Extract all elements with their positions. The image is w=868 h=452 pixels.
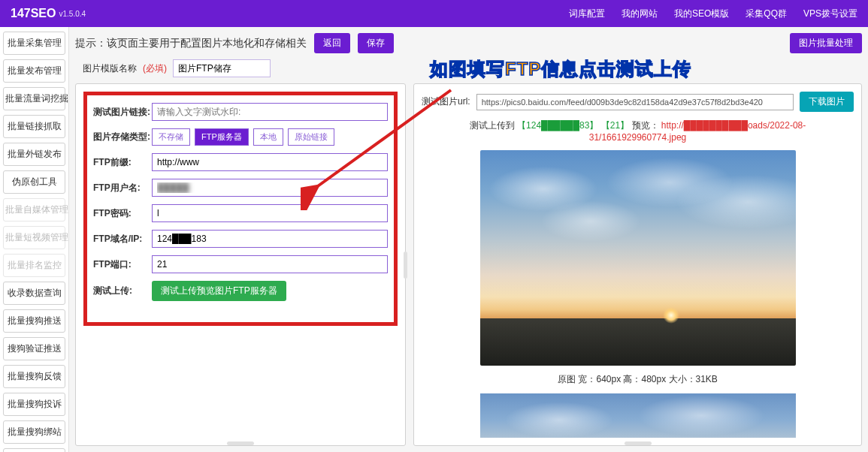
store-type-label: 图片存储类型:: [93, 131, 152, 143]
main-nav: 词库配置 我的网站 我的SEO模版 采集QQ群 VPS拨号设置: [569, 8, 857, 20]
sidebar-item[interactable]: 批量短视频管理: [3, 226, 65, 249]
ftp-prefix-label: FTP前缀:: [93, 156, 152, 169]
sidebar-item[interactable]: 批量搜狗推送: [3, 309, 65, 333]
ftp-user-input[interactable]: [152, 179, 388, 197]
app-header: 147SEO v1.5.0.4 词库配置 我的网站 我的SEO模版 采集QQ群 …: [0, 0, 868, 27]
download-image-button[interactable]: 下载图片: [800, 92, 854, 112]
test-link-input[interactable]: [152, 103, 388, 121]
sidebar-item[interactable]: 伪原创工具: [3, 170, 65, 194]
sidebar: 批量采集管理批量发布管理批量流量词挖掘批量链接抓取批量外链发布伪原创工具批量自媒…: [0, 27, 69, 452]
nav-item[interactable]: 我的SEO模版: [674, 8, 729, 20]
template-name-label: 图片模版名称: [83, 62, 137, 75]
sidebar-item[interactable]: 批量发布管理: [3, 59, 65, 83]
store-option[interactable]: 原始链接: [288, 128, 334, 146]
ftp-port-input[interactable]: [152, 255, 388, 273]
main-area: 提示：该页面主要用于配置图片本地化和存储相关 返回 保存 图片批量处理 图片模版…: [69, 27, 868, 452]
nav-item[interactable]: 采集QQ群: [746, 8, 787, 20]
sidebar-item[interactable]: 批量搜狗绑站: [3, 420, 65, 444]
resize-handle-horizontal[interactable]: [625, 441, 652, 445]
sidebar-item[interactable]: 批量自媒体管理: [3, 198, 65, 221]
top-toolbar: 提示：该页面主要用于配置图片本地化和存储相关 返回 保存 图片批量处理: [75, 33, 862, 53]
sidebar-item[interactable]: 批量链接抓取: [3, 115, 65, 138]
test-upload-button[interactable]: 测试上传预览图片FTP服务器: [152, 281, 286, 301]
batch-process-button[interactable]: 图片批量处理: [790, 33, 862, 53]
save-button[interactable]: 保存: [358, 33, 394, 53]
preview-url-row: 测试图片url: 下载图片: [422, 92, 854, 112]
sidebar-item[interactable]: 批量采集管理: [3, 32, 65, 55]
nav-item[interactable]: VPS拨号设置: [803, 8, 857, 20]
nav-item[interactable]: 词库配置: [569, 8, 605, 20]
template-name-row: 图片模版名称 (必填): [75, 59, 862, 77]
ftp-host-label: FTP域名/IP:: [93, 233, 152, 246]
sidebar-item[interactable]: 批量外链发布: [3, 143, 65, 166]
preview-image: [480, 150, 796, 366]
image-meta: 原图 宽：640px 高：480px 大小：31KB: [422, 373, 854, 386]
sidebar-item[interactable]: 收录数据查询: [3, 282, 65, 305]
nav-item[interactable]: 我的网站: [622, 8, 658, 20]
sidebar-item[interactable]: 搜狗验证推送: [3, 337, 65, 360]
back-button[interactable]: 返回: [314, 33, 350, 53]
highlight-box: 测试图片链接: 图片存储类型: 不存储FTP服务器本地原始链接 FTP前缀: F…: [83, 92, 398, 326]
upload-result-line: 测试上传到 【124██████83】 【21】 预览： http://████…: [422, 119, 854, 143]
template-name-input[interactable]: [173, 59, 271, 77]
store-type-options: 不存储FTP服务器本地原始链接: [152, 128, 339, 146]
preview-image-secondary: [480, 393, 796, 438]
test-upload-label: 测试上传:: [93, 285, 152, 297]
ftp-port-label: FTP端口:: [93, 258, 152, 271]
sidebar-item[interactable]: 百度API推送: [3, 448, 65, 452]
resize-handle-horizontal[interactable]: [227, 441, 254, 445]
brand-title: 147SEO: [11, 7, 56, 20]
sidebar-item[interactable]: 批量搜狗反馈: [3, 365, 65, 388]
sidebar-item[interactable]: 批量排名监控: [3, 254, 65, 277]
store-option[interactable]: 本地: [253, 128, 283, 146]
resize-handle-vertical[interactable]: [404, 252, 407, 279]
preview-panel: 测试图片url: 下载图片 测试上传到 【124██████83】 【21】 预…: [413, 83, 862, 446]
brand-version: v1.5.0.4: [59, 10, 86, 18]
ftp-prefix-input[interactable]: [152, 153, 388, 171]
preview-url-label: 测试图片url:: [422, 95, 470, 108]
ftp-pass-label: FTP密码:: [93, 207, 152, 220]
test-link-label: 测试图片链接:: [93, 106, 152, 119]
page-hint: 提示：该页面主要用于配置图片本地化和存储相关: [75, 37, 307, 50]
config-panel: 测试图片链接: 图片存储类型: 不存储FTP服务器本地原始链接 FTP前缀: F…: [75, 83, 406, 446]
required-mark: (必填): [143, 62, 167, 75]
sidebar-item[interactable]: 批量搜狗投诉: [3, 393, 65, 416]
ftp-pass-input[interactable]: [152, 204, 388, 222]
ftp-user-label: FTP用户名:: [93, 182, 152, 194]
sidebar-item[interactable]: 批量流量词挖掘: [3, 87, 65, 110]
store-option[interactable]: FTP服务器: [195, 128, 249, 146]
ftp-host-input[interactable]: [152, 230, 388, 248]
preview-url-input[interactable]: [476, 94, 794, 110]
store-option[interactable]: 不存储: [152, 128, 190, 146]
